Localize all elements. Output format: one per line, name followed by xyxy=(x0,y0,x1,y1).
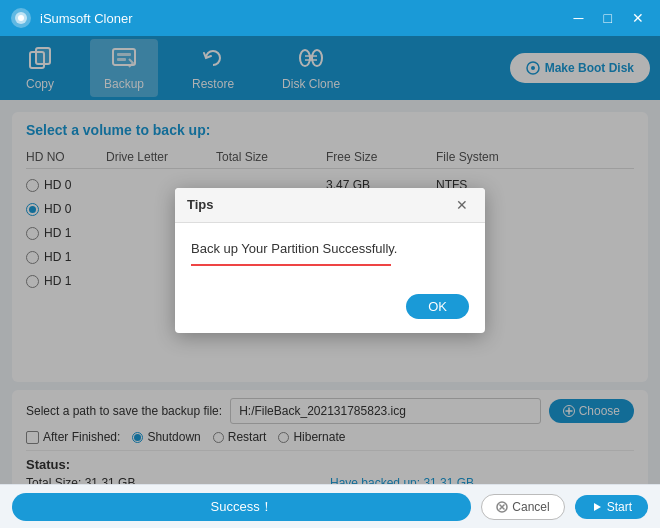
modal-title: Tips xyxy=(187,197,214,212)
modal-close-button[interactable]: ✕ xyxy=(451,196,473,214)
modal-body: Back up Your Partition Successfully. xyxy=(175,223,485,294)
app-logo-icon xyxy=(10,7,32,29)
progress-bar: Success！ xyxy=(12,493,471,521)
app-title: iSumsoft Cloner xyxy=(40,11,568,26)
cancel-button[interactable]: Cancel xyxy=(481,494,564,520)
modal-footer: OK xyxy=(175,294,485,333)
modal-ok-button[interactable]: OK xyxy=(406,294,469,319)
modal-header: Tips ✕ xyxy=(175,188,485,223)
close-button[interactable]: ✕ xyxy=(626,8,650,28)
maximize-button[interactable]: □ xyxy=(598,8,618,28)
modal-message: Back up Your Partition Successfully. xyxy=(191,241,469,256)
svg-marker-20 xyxy=(594,503,601,511)
minimize-button[interactable]: ─ xyxy=(568,8,590,28)
bottom-bar: Success！ Cancel Start xyxy=(0,484,660,528)
start-button[interactable]: Start xyxy=(575,495,648,519)
cancel-icon xyxy=(496,501,508,513)
modal-underline xyxy=(191,264,391,266)
cancel-label: Cancel xyxy=(512,500,549,514)
svg-point-2 xyxy=(18,15,24,21)
titlebar: iSumsoft Cloner ─ □ ✕ xyxy=(0,0,660,36)
modal-overlay: Tips ✕ Back up Your Partition Successful… xyxy=(0,36,660,484)
start-label: Start xyxy=(607,500,632,514)
progress-label: Success！ xyxy=(211,498,273,516)
tips-modal: Tips ✕ Back up Your Partition Successful… xyxy=(175,188,485,333)
window-controls: ─ □ ✕ xyxy=(568,8,650,28)
start-icon xyxy=(591,501,603,513)
